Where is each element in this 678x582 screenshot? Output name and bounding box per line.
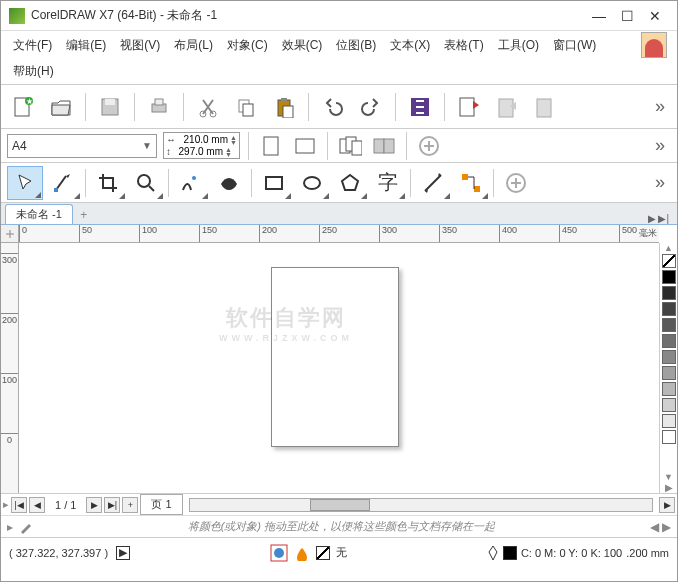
swatch-gray60[interactable] [662,334,676,348]
page-tab[interactable]: 页 1 [140,494,182,515]
swatch-white[interactable] [662,430,676,444]
nav-menu-icon[interactable]: ▸ [3,498,9,511]
toolbox-overflow-button[interactable]: » [649,172,671,193]
rectangle-tool[interactable] [256,166,292,200]
swatch-gray80[interactable] [662,302,676,316]
polygon-tool[interactable] [332,166,368,200]
first-page-button[interactable]: |◀ [11,497,27,513]
page-width-input[interactable] [178,134,228,145]
color-proof-icon[interactable] [294,545,310,561]
zoom-tool[interactable] [128,166,164,200]
swatch-black[interactable] [662,270,676,284]
menu-bitmap[interactable]: 位图(B) [330,33,382,58]
all-pages-button[interactable] [336,133,364,159]
outline-color-swatch[interactable] [503,546,517,560]
eyedropper-icon[interactable] [19,520,33,534]
palette-scroll-icon[interactable]: ◀ ▶ [650,520,671,534]
paste-button[interactable] [268,91,300,123]
menu-view[interactable]: 视图(V) [114,33,166,58]
export-button[interactable] [491,91,523,123]
menu-effect[interactable]: 效果(C) [276,33,329,58]
search-content-button[interactable] [404,91,436,123]
swatch-gray20[interactable] [662,398,676,412]
swatch-gray30[interactable] [662,382,676,396]
menu-object[interactable]: 对象(C) [221,33,274,58]
publish-pdf-button[interactable] [529,91,561,123]
swatch-gray50[interactable] [662,350,676,364]
crop-tool[interactable] [90,166,126,200]
vertical-ruler[interactable]: 0100 200300 [1,243,19,493]
tab-nav-right[interactable]: ▶ ▶| [644,213,673,224]
menu-text[interactable]: 文本(X) [384,33,436,58]
svg-point-27 [138,175,150,187]
dimension-tool[interactable] [415,166,451,200]
menu-file[interactable]: 文件(F) [7,33,58,58]
toolbar-overflow-button[interactable]: » [649,96,671,117]
new-tab-button[interactable]: + [75,206,93,224]
palette-flyout-button[interactable]: ▶ [665,482,673,493]
copy-button[interactable] [230,91,262,123]
workspace: 050 100150 200250 300350 400450 500 毫米 0… [1,225,677,493]
menu-help[interactable]: 帮助(H) [7,59,60,84]
redo-button[interactable] [355,91,387,123]
menu-table[interactable]: 表格(T) [438,33,489,58]
record-macro-button[interactable]: ▶ [116,546,130,560]
horizontal-ruler[interactable]: 050 100150 200250 300350 400450 500 毫米 [19,225,659,243]
svg-rect-24 [384,139,394,153]
user-avatar-icon[interactable] [641,32,667,58]
current-page-button[interactable] [370,133,398,159]
print-button[interactable] [143,91,175,123]
palette-down-button[interactable]: ▼ [664,472,673,482]
ellipse-tool[interactable] [294,166,330,200]
open-button[interactable] [45,91,77,123]
undo-button[interactable] [317,91,349,123]
menu-window[interactable]: 窗口(W) [547,33,602,58]
menu-edit[interactable]: 编辑(E) [60,33,112,58]
menu-tools[interactable]: 工具(O) [492,33,545,58]
add-preset-button[interactable] [415,133,443,159]
landscape-button[interactable] [291,133,319,159]
cut-button[interactable] [192,91,224,123]
close-button[interactable]: ✕ [641,6,669,26]
outline-pen-icon[interactable] [487,545,499,561]
spinner-icon[interactable]: ▲▼ [230,135,237,145]
next-page-button[interactable]: ▶ [86,497,102,513]
page-height-input[interactable] [173,146,223,157]
propbar-overflow-button[interactable]: » [649,135,671,156]
artistic-media-tool[interactable] [211,166,247,200]
swatch-gray70[interactable] [662,318,676,332]
connector-tool[interactable] [453,166,489,200]
swatch-gray40[interactable] [662,366,676,380]
save-button[interactable] [94,91,126,123]
text-tool[interactable]: 字 [370,166,406,200]
prev-page-button[interactable]: ◀ [29,497,45,513]
swatch-gray10[interactable] [662,414,676,428]
scroll-right-button[interactable]: ▶ [659,497,675,513]
minimize-button[interactable]: — [585,6,613,26]
import-button[interactable] [453,91,485,123]
spinner-icon[interactable]: ▲▼ [225,147,232,157]
swatch-gray90[interactable] [662,286,676,300]
palette-up-button[interactable]: ▲ [664,243,673,253]
status-bar: ( 327.322, 327.397 ) ▶ 无 C: 0 M: 0 Y: 0 … [1,537,677,567]
maximize-button[interactable]: ☐ [613,6,641,26]
horizontal-scrollbar[interactable] [189,498,653,512]
document-tab[interactable]: 未命名 -1 [5,204,73,224]
portrait-button[interactable] [257,133,285,159]
new-button[interactable]: ★ [7,91,39,123]
swatch-none[interactable] [662,254,676,268]
ruler-origin[interactable] [1,225,19,243]
last-page-button[interactable]: ▶| [104,497,120,513]
scrollbar-thumb[interactable] [310,499,370,511]
menu-layout[interactable]: 布局(L) [168,33,219,58]
shape-tool[interactable] [45,166,81,200]
fill-indicator-icon[interactable] [270,544,288,562]
paper-size-combo[interactable]: A4 ▼ [7,134,157,158]
palette-menu-icon[interactable]: ▸ [7,520,13,534]
pick-tool[interactable] [7,166,43,200]
drawing-canvas[interactable]: 软件自学网WWW.RJZXW.COM [19,243,659,493]
add-tool-button[interactable] [498,166,534,200]
add-page-button[interactable]: + [122,497,138,513]
freehand-tool[interactable] [173,166,209,200]
svg-rect-17 [537,99,551,117]
